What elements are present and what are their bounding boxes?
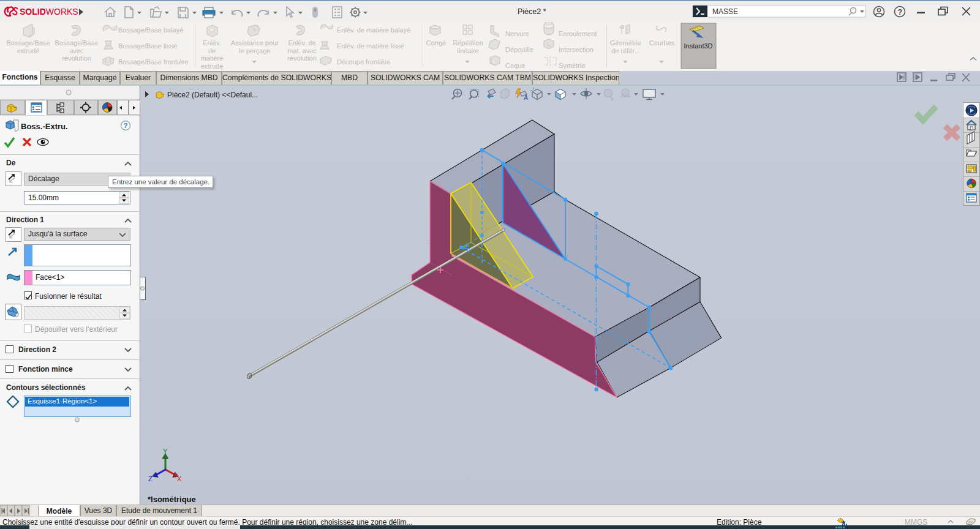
svg-text:SOLIDWORKS: SOLIDWORKS	[20, 7, 78, 17]
svg-text:*Isométrique: *Isométrique	[148, 495, 196, 504]
svg-text:Y: Y	[163, 448, 168, 455]
svg-text:X: X	[177, 475, 182, 482]
svg-text:?: ?	[123, 122, 127, 129]
svg-text:?: ?	[898, 8, 903, 17]
svg-text:Pièce2 (Default) <<Defaul...: Pièce2 (Default) <<Defaul...	[167, 91, 258, 99]
svg-text:Instant3D: Instant3D	[684, 42, 712, 50]
svg-text:Z: Z	[148, 475, 153, 482]
svg-text:MASSE: MASSE	[712, 7, 738, 16]
svg-text:A: A	[524, 94, 528, 101]
